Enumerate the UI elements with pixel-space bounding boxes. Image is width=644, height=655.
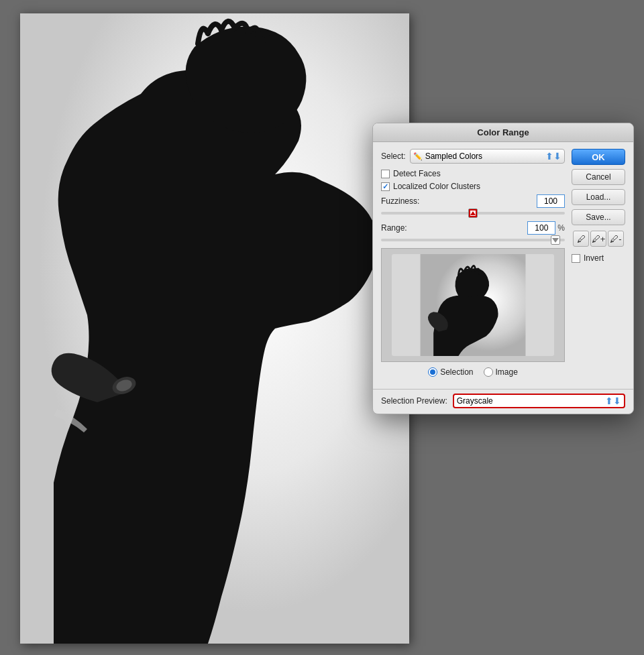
preview-select-arrow-icon: ⬆︎⬇ (605, 396, 621, 406)
color-range-dialog: Color Range Select: ✏️ Sampled Colors ⬆︎… (372, 123, 634, 414)
fuzziness-slider-thumb[interactable] (468, 209, 478, 218)
detect-faces-checkbox[interactable] (381, 170, 390, 178)
dialog-title: Color Range (477, 127, 529, 137)
fuzziness-slider-container (381, 212, 565, 215)
eyedropper-minus-icon: 🖊- (610, 234, 621, 244)
invert-row: Invert (572, 253, 625, 263)
load-button[interactable]: Load... (572, 189, 625, 205)
image-radio-item[interactable]: Image (484, 367, 518, 377)
range-label: Range: (381, 223, 527, 233)
eyedropper-add-button[interactable]: 🖊 (573, 231, 589, 247)
invert-label: Invert (584, 253, 604, 263)
radio-row: Selection Image (381, 367, 565, 377)
dialog-titlebar: Color Range (373, 123, 633, 142)
eyedropper-buttons-row: 🖊 🖊+ 🖊- (572, 231, 625, 247)
select-row: Select: ✏️ Sampled Colors ⬆︎⬇ (381, 149, 565, 164)
preview-area (381, 248, 565, 362)
preview-select-dropdown[interactable]: Grayscale ⬆︎⬇ (453, 394, 625, 408)
select-value: Sampled Colors (425, 152, 482, 161)
fuzziness-slider-track[interactable] (381, 212, 565, 215)
preview-select-row: Selection Preview: Grayscale ⬆︎⬇ (373, 389, 633, 414)
invert-checkbox[interactable] (572, 254, 580, 263)
detect-faces-label: Detect Faces (393, 169, 441, 178)
eyedropper-minus-button[interactable]: 🖊- (608, 231, 624, 247)
select-label: Select: (381, 152, 406, 161)
localized-clusters-checkbox[interactable]: ✓ (381, 182, 390, 191)
dialog-body: Select: ✏️ Sampled Colors ⬆︎⬇ Detect Fac… (373, 142, 633, 389)
select-dropdown[interactable]: ✏️ Sampled Colors ⬆︎⬇ (410, 149, 565, 164)
fuzziness-value[interactable]: 100 (537, 194, 565, 208)
detect-faces-row: Detect Faces (381, 169, 565, 178)
range-unit: % (557, 223, 565, 233)
range-slider-container (381, 239, 565, 241)
range-row: Range: 100 % (381, 221, 565, 235)
eyedropper-plus-icon: 🖊+ (592, 234, 606, 244)
selection-label: Selection (440, 367, 473, 377)
check-icon: ✓ (382, 182, 388, 191)
dialog-left-panel: Select: ✏️ Sampled Colors ⬆︎⬇ Detect Fac… (381, 149, 565, 382)
select-chevron-icon: ⬆︎⬇ (545, 151, 561, 162)
localized-clusters-row: ✓ Localized Color Clusters (381, 182, 565, 191)
selection-radio-item[interactable]: Selection (428, 367, 473, 377)
ok-button[interactable]: OK (572, 149, 625, 165)
photo-silhouette (20, 13, 409, 644)
preview-select-value: Grayscale (457, 396, 493, 406)
image-label: Image (496, 367, 518, 377)
selection-radio[interactable] (428, 367, 437, 377)
save-button[interactable]: Save... (572, 209, 625, 225)
preview-inner (392, 254, 554, 356)
fuzziness-row: Fuzziness: 100 (381, 194, 565, 208)
image-radio[interactable] (484, 367, 493, 377)
range-slider-track[interactable] (381, 239, 565, 241)
eyedropper-plus-button[interactable]: 🖊+ (590, 231, 606, 247)
preview-select-label: Selection Preview: (381, 396, 447, 406)
fuzziness-label: Fuzziness: (381, 196, 537, 206)
range-slider-thumb[interactable] (551, 235, 560, 245)
eyedropper-icon: 🖊 (577, 234, 586, 244)
selection-radio-dot (430, 369, 435, 375)
eyedropper-small-icon: ✏️ (413, 152, 423, 161)
dialog-right-panel: OK Cancel Load... Save... 🖊 🖊+ 🖊- (572, 149, 625, 382)
localized-clusters-label: Localized Color Clusters (393, 182, 480, 191)
cancel-button[interactable]: Cancel (572, 169, 625, 185)
photo-canvas (20, 13, 409, 644)
range-value[interactable]: 100 (527, 221, 555, 235)
